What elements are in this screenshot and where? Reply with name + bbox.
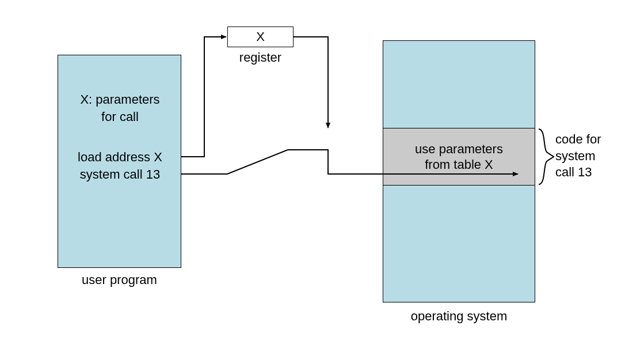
curly-brace-icon: [539, 129, 554, 184]
arrow-register-to-os: [294, 37, 328, 128]
brace-line2: system: [555, 149, 596, 163]
operating-system-caption: operating system: [383, 308, 535, 325]
user-program-syscall-line: system call 13: [58, 166, 182, 183]
user-program-caption: user program: [58, 272, 181, 289]
params-line2: for call: [101, 109, 139, 124]
os-mid-line2: from table X: [425, 157, 493, 172]
user-program-params: X: parameters for call: [58, 91, 182, 125]
arrow-load-to-register: [181, 37, 226, 157]
params-line1: X: parameters: [80, 92, 159, 107]
diagram-stage: X: parameters for call load address X sy…: [0, 0, 644, 348]
user-program-load-line: load address X: [58, 149, 182, 166]
register-caption: register: [227, 50, 294, 66]
register-value: X: [256, 29, 265, 44]
os-parameters-block: use parameters from table X: [383, 128, 535, 186]
user-program-box: X: parameters for call load address X sy…: [58, 55, 181, 268]
brace-line3: call 13: [555, 165, 592, 179]
register-box: X: [227, 27, 294, 47]
brace-line1: code for: [555, 132, 601, 146]
os-mid-line1: use parameters: [415, 142, 503, 156]
brace-label: code for system call 13: [555, 131, 619, 181]
